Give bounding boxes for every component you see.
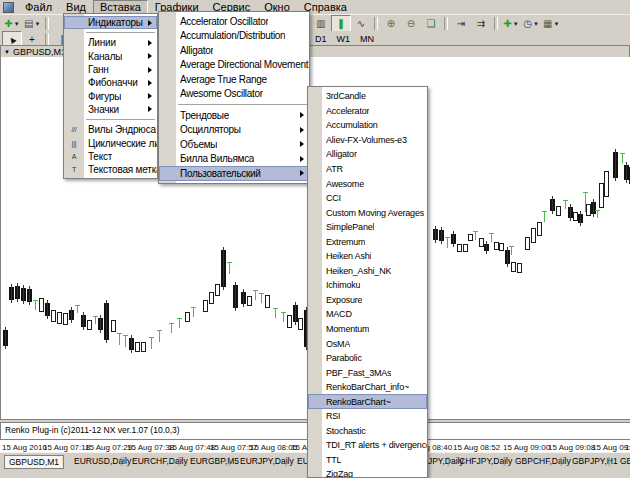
custom-menu-item-9[interactable]: SimplePanel [308,220,427,235]
custom-menu-item-23[interactable]: Stochastic [308,424,427,439]
indicators-menu-item-7[interactable]: Трендовые [159,108,309,123]
custom-menu-item-7[interactable]: CCI [308,191,427,206]
auto-scroll-icon[interactable]: ⇥ [451,15,471,32]
candle-wick [243,289,244,307]
bar-chart-icon[interactable]: ▥ [311,15,331,32]
collapse-triangle-icon[interactable]: ▼ [4,49,10,55]
custom-menu-item-8[interactable]: Custom Moving Averages [308,205,427,220]
insert-menu-item-12[interactable]: TТекстовая метка [64,163,157,176]
indicators-menu-label: Трендовые [180,110,229,121]
candle [141,342,146,352]
chart-tab-EURUSD,Daily[interactable]: EURUSD,Daily [70,455,135,467]
chart-tab-GBPUSD,M1[interactable]: GBPUSD,M1 [4,455,64,469]
indicators-menu-item-10[interactable]: Билла Вильямса [159,152,309,167]
marker-cap [157,330,162,331]
profiles-icon[interactable]: ▤▼ [22,15,42,32]
chart-tab-CHFJPY,Daily[interactable]: CHFJPY,Daily [455,455,516,467]
custom-menu-item-14[interactable]: Exposure [308,293,427,308]
custom-menu-label: Momentum [326,324,369,334]
indicators-menu-item-8[interactable]: Осцилляторы [159,123,309,138]
custom-menu-item-3[interactable]: Aliev-FX-Volumes-e3 [308,133,427,148]
custom-menu-label: OsMA [326,339,350,349]
custom-menu-item-6[interactable]: Awesome [308,176,427,191]
custom-menu-item-1[interactable]: Accelerator [308,104,427,119]
insert-menu-separator [86,119,155,120]
chart-tab-GBPCHF,Daily[interactable]: GBPCHF,Daily [511,455,575,467]
zoom-out-icon[interactable]: ⊖ [401,15,421,32]
candle [27,289,32,302]
new-chart-icon[interactable]: ✚▼ [2,15,22,32]
custom-menu-item-16[interactable]: Momentum [308,322,427,337]
indicators-menu-item-9[interactable]: Объемы [159,137,309,152]
indicators-menu-item-0[interactable]: Accelerator Oscillator [159,14,309,29]
custom-menu-item-5[interactable]: ATR [308,162,427,177]
dropdown-caret-icon[interactable]: ▼ [533,21,539,27]
insert-menu: ИндикаторыЛинииКаналыГаннФибоначчиФигуры… [63,13,158,179]
insert-menu-item-9[interactable]: ///Вилы Эндрюса [64,123,157,136]
menu-bar-item-Файл[interactable]: Файл [18,0,59,15]
custom-menu-item-12[interactable]: Heiken_Ashi_NK [308,264,427,279]
indicators-menu-item-4[interactable]: Average True Range [159,72,309,87]
indicators-menu-label: Accumulation/Distribution [180,30,285,41]
custom-menu-item-22[interactable]: RSI [308,409,427,424]
indicators-menu-item-1[interactable]: Accumulation/Distribution [159,29,309,44]
candle [499,243,504,251]
chart-tab-EURJPY,Daily[interactable]: EURJPY,Daily [236,455,298,467]
marker-cap [509,246,514,247]
chart-tab-EURGBP,M5[interactable]: EURGBP,M5 [186,455,243,467]
dropdown-caret-icon[interactable]: ▼ [513,21,519,27]
custom-menu-item-25[interactable]: TTL [308,453,427,468]
dropdown-caret-icon[interactable]: ▼ [553,21,559,27]
chart-tab-GBPJPY,H1[interactable]: GBPJPY,H1 [568,455,622,467]
insert-menu-item-5[interactable]: Фибоначчи [64,76,157,89]
insert-menu-item-2[interactable]: Линии [64,36,157,49]
indicators-icon[interactable]: ✚▼ [501,15,521,32]
insert-menu-item-7[interactable]: Значки [64,103,157,116]
tile-windows-icon[interactable]: ❏ [421,15,441,32]
zoom-in-icon[interactable]: ⊕ [381,15,401,32]
line-chart-icon[interactable]: ∿ [351,15,371,32]
custom-menu-item-0[interactable]: 3rdCandle [308,89,427,104]
insert-menu-item-6[interactable]: Фигуры [64,89,157,102]
custom-menu-item-10[interactable]: Extremum [308,234,427,249]
insert-menu-label: Значки [88,104,119,115]
custom-menu-item-19[interactable]: PBF_Fast_3MAs [308,365,427,380]
indicators-menu-item-2[interactable]: Alligator [159,43,309,58]
custom-menu-item-26[interactable]: ZigZag [308,467,427,478]
chart-window-icon[interactable] [3,2,14,13]
custom-menu-item-11[interactable]: Heiken Ashi [308,249,427,264]
marker-line [255,290,256,300]
insert-menu-item-3[interactable]: Каналы [64,50,157,63]
insert-menu-item-11[interactable]: AТекст [64,150,157,163]
insert-menu-item-0[interactable]: Индикаторы [64,16,157,29]
insert-menu-item-10[interactable]: |||Циклические линии [64,136,157,149]
custom-menu-label: Awesome [326,179,364,189]
chart-shift-icon[interactable]: ⇉ [471,15,491,32]
candle [98,318,103,330]
custom-menu-item-2[interactable]: Accumulation [308,118,427,133]
indicators-menu-item-5[interactable]: Awesome Oscillator [159,87,309,102]
dropdown-caret-icon[interactable]: ▼ [14,21,20,27]
candlesticks-icon[interactable]: ❚ [331,15,351,32]
custom-menu-item-15[interactable]: MACD [308,307,427,322]
custom-menu-item-24[interactable]: TDI_RT alerts + divergence [308,438,427,453]
indicators-menu-item-3[interactable]: Average Directional Movement Index [159,58,309,73]
custom-menu-item-21[interactable]: RenkoBarChart~ [308,394,427,409]
renko-marker [227,262,232,274]
candle-wick [5,327,6,349]
custom-menu-item-20[interactable]: RenkoBarChart_info~ [308,380,427,395]
custom-menu-item-13[interactable]: Ichimoku [308,278,427,293]
chart-tab-GBPUSD[interactable]: GBPUSD [616,455,630,467]
periods-icon[interactable]: ◷▼ [521,15,541,32]
chart-tab-EURCHF,Daily[interactable]: EURCHF,Daily [128,455,192,467]
templates-icon[interactable]: ▦▼ [541,15,561,32]
custom-menu-item-4[interactable]: Alligator [308,147,427,162]
time-axis-label: 15 Aug 08:52 [453,443,500,452]
custom-menu-item-18[interactable]: Parabolic [308,351,427,366]
custom-menu-label: Parabolic [326,353,362,363]
candle [433,229,438,240]
custom-menu-item-17[interactable]: OsMA [308,336,427,351]
insert-menu-item-4[interactable]: Ганн [64,63,157,76]
dropdown-caret-icon[interactable]: ▼ [34,21,40,27]
indicators-menu-item-11[interactable]: Пользовательский [159,166,309,181]
